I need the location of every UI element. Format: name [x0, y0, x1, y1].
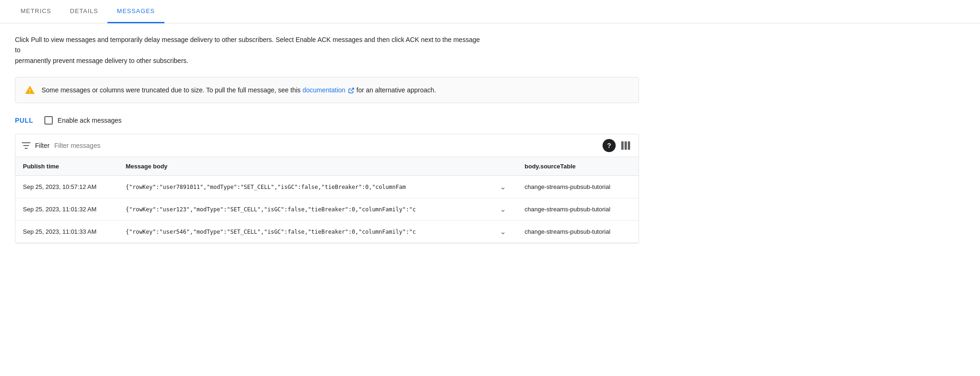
expand-button[interactable]: ⌄ [496, 204, 510, 215]
tab-messages[interactable]: MESSAGES [107, 0, 164, 23]
table-container: Filter ? Publish time Message body body.… [15, 134, 639, 244]
enable-ack-label[interactable]: Enable ack messages [44, 116, 121, 125]
table-header-row: Publish time Message body body.sourceTab… [15, 157, 639, 176]
expand-button[interactable]: ⌄ [496, 226, 510, 237]
enable-ack-text: Enable ack messages [57, 117, 121, 124]
cell-message-body: {"rowKey":"user123","modType":"SET_CELL"… [118, 198, 489, 221]
tab-details[interactable]: DETAILS [61, 0, 108, 23]
table-row: Sep 25, 2023, 10:57:12 AM {"rowKey":"use… [15, 176, 639, 198]
cell-publish-time: Sep 25, 2023, 10:57:12 AM [15, 176, 118, 198]
documentation-link[interactable]: documentation [302, 86, 356, 94]
expand-button[interactable]: ⌄ [496, 181, 510, 192]
col-header-body-source: body.sourceTable [517, 157, 639, 176]
col-header-message-body: Message body [118, 157, 489, 176]
table-row: Sep 25, 2023, 11:01:32 AM {"rowKey":"use… [15, 198, 639, 221]
filter-icon [22, 142, 30, 149]
messages-table: Publish time Message body body.sourceTab… [15, 157, 639, 243]
filter-actions: ? [603, 139, 632, 152]
cell-publish-time: Sep 25, 2023, 11:01:33 AM [15, 221, 118, 243]
main-content: Click Pull to view messages and temporar… [0, 23, 654, 255]
filter-label: Filter [35, 142, 50, 149]
cell-expand[interactable]: ⌄ [489, 176, 517, 198]
actions-row: PULL Enable ack messages [15, 116, 639, 125]
help-icon[interactable]: ? [603, 139, 616, 152]
cell-publish-time: Sep 25, 2023, 11:01:32 AM [15, 198, 118, 221]
cell-expand[interactable]: ⌄ [489, 221, 517, 243]
warning-banner: Some messages or columns were truncated … [15, 77, 639, 103]
svg-line-0 [351, 88, 354, 91]
tab-metrics[interactable]: METRICS [11, 0, 61, 23]
warning-icon [25, 85, 35, 95]
tab-bar: METRICS DETAILS MESSAGES [0, 0, 980, 23]
cell-message-body: {"rowKey":"user546","modType":"SET_CELL"… [118, 221, 489, 243]
table-row: Sep 25, 2023, 11:01:33 AM {"rowKey":"use… [15, 221, 639, 243]
cell-body-source: change-streams-pubsub-tutorial [517, 221, 639, 243]
pull-button[interactable]: PULL [15, 117, 33, 124]
description-text: Click Pull to view messages and temporar… [15, 35, 482, 66]
filter-input[interactable] [54, 142, 598, 149]
cell-body-source: change-streams-pubsub-tutorial [517, 176, 639, 198]
col-header-publish-time: Publish time [15, 157, 118, 176]
enable-ack-checkbox[interactable] [44, 116, 53, 125]
cell-body-source: change-streams-pubsub-tutorial [517, 198, 639, 221]
warning-text: Some messages or columns were truncated … [42, 85, 436, 95]
columns-icon[interactable] [619, 139, 632, 152]
filter-bar: Filter ? [15, 134, 639, 157]
cell-expand[interactable]: ⌄ [489, 198, 517, 221]
cell-message-body: {"rowKey":"user7891011","modType":"SET_C… [118, 176, 489, 198]
